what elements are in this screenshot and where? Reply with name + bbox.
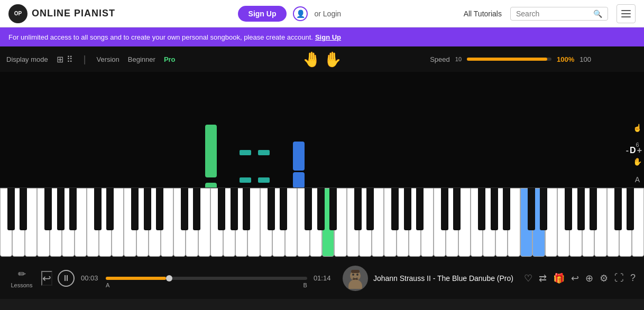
- white-key-16[interactable]: [198, 188, 210, 257]
- white-key-12[interactable]: [149, 188, 161, 257]
- right-control-6: 6: [636, 142, 639, 148]
- progress-dot: [166, 275, 172, 281]
- white-key-10[interactable]: [124, 188, 136, 257]
- white-key-38[interactable]: [471, 188, 483, 257]
- label-a: A: [106, 282, 109, 288]
- white-key-45[interactable]: [557, 188, 569, 257]
- speed-max: 100: [579, 55, 591, 63]
- white-key-5[interactable]: [62, 188, 74, 257]
- white-key-31[interactable]: [384, 188, 396, 257]
- banner-signup-link[interactable]: Sign Up: [315, 33, 341, 41]
- d-minus-button[interactable]: -: [626, 146, 629, 155]
- label-b: B: [303, 282, 307, 288]
- white-key-24[interactable]: [297, 188, 309, 257]
- right-control-3: A: [635, 175, 640, 184]
- speed-track[interactable]: [467, 58, 551, 61]
- fullscreen-button[interactable]: ⛶: [614, 273, 624, 284]
- svg-point-3: [356, 274, 358, 276]
- progress-bar[interactable]: A B: [106, 277, 307, 280]
- white-key-40[interactable]: [495, 188, 508, 257]
- white-key-21[interactable]: [260, 188, 272, 257]
- banner-text: For unlimited access to all songs and to…: [8, 33, 313, 41]
- white-key-17[interactable]: [210, 188, 223, 257]
- white-key-22[interactable]: [272, 188, 284, 257]
- play-pause-button[interactable]: ⏸: [58, 270, 75, 287]
- white-key-3[interactable]: [37, 188, 49, 257]
- white-key-7[interactable]: [87, 188, 99, 257]
- dots-display-icon[interactable]: ⠿: [67, 54, 73, 64]
- white-key-42[interactable]: [520, 188, 532, 257]
- svg-rect-4: [351, 270, 360, 273]
- pro-button[interactable]: Pro: [164, 55, 176, 63]
- white-key-14[interactable]: [173, 188, 186, 257]
- white-key-50[interactable]: [619, 188, 631, 257]
- white-key-8[interactable]: [99, 188, 111, 257]
- note-teal-3: [240, 177, 251, 183]
- white-key-23[interactable]: [285, 188, 297, 257]
- speed-area: Speed 10 100% 100: [430, 55, 591, 63]
- user-icon[interactable]: 👤: [293, 6, 308, 21]
- white-key-13[interactable]: [161, 188, 173, 257]
- left-hand-icon[interactable]: 🤚: [302, 51, 321, 68]
- white-key-43[interactable]: [532, 188, 545, 257]
- ham-line-1: [621, 10, 631, 11]
- white-key-37[interactable]: [458, 188, 471, 257]
- white-key-30[interactable]: [372, 188, 384, 257]
- white-key-48[interactable]: [594, 188, 606, 257]
- favorite-button[interactable]: ♡: [524, 273, 532, 284]
- bottom-right-controls: ↩ ⊕ ⚙ ⛶ ?: [571, 273, 636, 284]
- loop-button[interactable]: ⇄: [539, 273, 547, 284]
- gift-button[interactable]: 🎁: [553, 273, 565, 284]
- white-key-2[interactable]: [25, 188, 37, 257]
- rewind-button[interactable]: ↩: [41, 271, 52, 286]
- white-key-44[interactable]: [545, 188, 557, 257]
- white-key-1[interactable]: [12, 188, 24, 257]
- white-key-51[interactable]: [632, 188, 644, 257]
- white-key-32[interactable]: [397, 188, 409, 257]
- white-key-4[interactable]: [50, 188, 62, 257]
- white-key-34[interactable]: [421, 188, 433, 257]
- white-key-47[interactable]: [582, 188, 594, 257]
- signup-button[interactable]: Sign Up: [238, 6, 287, 22]
- white-key-49[interactable]: [607, 188, 619, 257]
- right-num-6: 6: [636, 142, 639, 148]
- white-key-33[interactable]: [409, 188, 421, 257]
- white-key-6[interactable]: [75, 188, 87, 257]
- promo-banner: For unlimited access to all songs and to…: [0, 27, 644, 46]
- white-key-41[interactable]: [508, 188, 520, 257]
- zoom-button[interactable]: ⊕: [585, 273, 593, 284]
- right-hand-icon[interactable]: 🤚: [323, 51, 342, 68]
- ham-line-2: [621, 13, 631, 14]
- beginner-button[interactable]: Beginner: [128, 55, 155, 63]
- or-login-text: or Login: [314, 10, 341, 18]
- white-key-46[interactable]: [569, 188, 582, 257]
- white-key-25[interactable]: [310, 188, 322, 257]
- white-key-15[interactable]: [186, 188, 198, 257]
- hamburger-button[interactable]: [617, 4, 636, 23]
- white-key-28[interactable]: [347, 188, 359, 257]
- white-key-20[interactable]: [247, 188, 260, 257]
- white-key-39[interactable]: [483, 188, 495, 257]
- white-key-35[interactable]: [434, 188, 446, 257]
- white-key-27[interactable]: [334, 188, 346, 257]
- help-button[interactable]: ?: [630, 273, 636, 284]
- white-key-19[interactable]: [235, 188, 247, 257]
- pencil-icon: ✏: [18, 268, 26, 280]
- progress-bar-section: A B: [106, 277, 307, 280]
- search-input[interactable]: [516, 10, 590, 18]
- white-key-9[interactable]: [112, 188, 124, 257]
- white-key-0[interactable]: [0, 188, 12, 257]
- logo-text: ONLINE PIANIST: [32, 8, 115, 19]
- white-key-26[interactable]: [322, 188, 334, 257]
- undo-button[interactable]: ↩: [571, 273, 579, 284]
- lessons-button[interactable]: ✏ Lessons: [8, 268, 35, 288]
- hand-icon: ✋: [633, 157, 642, 166]
- white-key-29[interactable]: [359, 188, 371, 257]
- white-key-36[interactable]: [446, 188, 458, 257]
- white-key-11[interactable]: [136, 188, 149, 257]
- all-tutorials-link[interactable]: All Tutorials: [464, 10, 502, 18]
- grid-display-icon[interactable]: ⊞: [57, 54, 63, 64]
- settings-button[interactable]: ⚙: [600, 273, 608, 284]
- speed-label: Speed: [430, 55, 450, 63]
- white-key-18[interactable]: [223, 188, 235, 257]
